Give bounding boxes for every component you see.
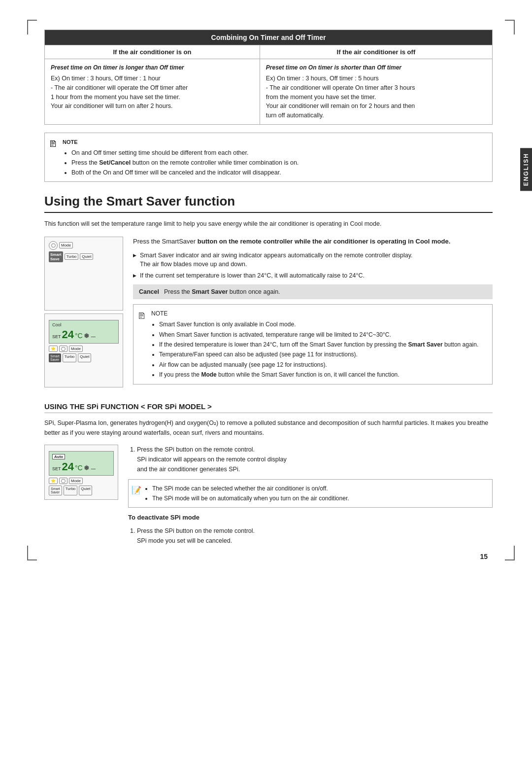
note-box-1: 🖹 NOTE On and Off timer setting time sho… (44, 133, 493, 182)
top-btn-row: ◯ Mode (49, 241, 93, 250)
page-number: 15 (480, 553, 488, 560)
bullet-2: If the current set temperature is lower … (133, 271, 493, 280)
col2-body: - The air conditioner will operate On ti… (266, 84, 415, 119)
note2-line5: Air flow can be adjusted manually (see p… (159, 360, 486, 370)
col1-content: Preset time on On timer is longer than O… (45, 59, 260, 125)
bullet-1: Smart Saver indicator and air swing indi… (133, 251, 493, 270)
lcd-degree: °C (75, 332, 83, 340)
spi-remote-container: Auto SET 24 °C ❅ ⸻ ⭐ ◯ Mode SmartSaver (44, 445, 118, 551)
col1-header: If the air conditioner is on (45, 45, 260, 59)
corner-br (505, 546, 515, 560)
note-icon2: 🖹 (137, 309, 146, 324)
note1-list: On and Off timer setting time should be … (63, 148, 486, 177)
turbo-btn2: Turbo (63, 353, 77, 362)
spi-content: Auto SET 24 °C ❅ ⸻ ⭐ ◯ Mode SmartSaver (44, 445, 493, 551)
spi-intro: SPi, Super-Plasma Ion, generates hydroge… (44, 418, 493, 438)
spi-note-list: The SPi mode can be selected whether the… (144, 484, 487, 504)
note-icon-1: 🖹 (49, 137, 58, 151)
spi-instructions: Press the SPi button on the remote contr… (128, 445, 493, 551)
spi-note-line1: The SPi mode can be selected whether the… (152, 484, 487, 493)
note2-list: Smart Saver function is only available i… (151, 319, 486, 380)
smart-saver-bullets: Smart Saver indicator and air swing indi… (133, 251, 493, 280)
spi-snowflake: ❅ (84, 464, 90, 472)
corner-bl (27, 546, 37, 560)
lcd-bottom-buttons: ⭐ ◯ Mode (49, 346, 119, 352)
spi-btn: ⭐ (49, 346, 58, 352)
quiet-btn2: Quiet (78, 353, 91, 362)
remote-top-buttons: ◯ Mode SmartSave Turbo Quiet (49, 241, 119, 262)
spi-note-icon: 📝 (132, 484, 141, 497)
note2-line3: If the desired temperature is lower than… (159, 340, 486, 349)
note1-line3: Both of the On and Off timer will be can… (71, 168, 486, 177)
col1-body: - The air conditioner will operate the O… (51, 84, 188, 110)
spi-note-line2: The SPi mode will be on automatically wh… (152, 493, 487, 503)
mode-btn-top: Mode (59, 242, 73, 248)
col2-example: Ex) On timer : 3 hours, Off timer : 5 ho… (266, 75, 379, 82)
spi-ion-btn: ⭐ (49, 478, 58, 484)
col1-example: Ex) On timer : 3 hours, Off timer : 1 ho… (51, 75, 161, 82)
english-sidebar: ENGLISH (520, 148, 532, 191)
spi-smart-btn: SmartSaver (49, 486, 62, 495)
note2-line1: Smart Saver function is only available i… (159, 319, 486, 329)
auto-label: Auto (52, 454, 65, 459)
smart-saver-title: Using the Smart Saver function (44, 194, 493, 213)
timer-table: Combining On Timer and Off Timer If the … (44, 30, 493, 125)
smart-saver-remote-container: ◯ Mode SmartSave Turbo Quiet Cool (44, 237, 123, 394)
deactivate-steps: Press the SPi button on the remote contr… (128, 526, 493, 546)
bottom-btn-row: SmartSave Turbo Quiet (49, 251, 93, 262)
spi-remote: Auto SET 24 °C ❅ ⸻ ⭐ ◯ Mode SmartSaver (44, 445, 118, 500)
cancel-label: Cancel (139, 287, 159, 297)
col1-italic: Preset time on On timer is longer than O… (51, 63, 254, 72)
col2-italic: Preset time on On timer is shorter than … (266, 63, 486, 72)
set-label: SET (52, 334, 61, 339)
spi-set-label: SET (52, 466, 61, 471)
cool-label: Cool (52, 322, 115, 327)
spi-turbo-btn: Turbo (64, 486, 78, 495)
spi-fan-icon: ⸻ (91, 466, 96, 471)
spi-bottom-buttons: SmartSaver Turbo Quiet (49, 486, 114, 495)
lcd-bottom-buttons2: SmartSaver Turbo Quiet (49, 353, 119, 362)
spi-degree: °C (75, 464, 83, 472)
spi-temp-display: SET 24 °C ❅ ⸻ (52, 460, 110, 473)
turbo-btn: Turbo (65, 253, 79, 260)
temp-display: SET 24 °C ❅ ⸻ (52, 328, 115, 341)
spi-mode-btn: Mode (69, 478, 83, 484)
smart-saver-btn: SmartSave (49, 251, 63, 262)
note-label2: NOTE (151, 310, 167, 317)
cancel-box: Cancel Press the Smart Saver button once… (133, 284, 493, 299)
smart-saver-content: ◯ Mode SmartSave Turbo Quiet Cool (44, 237, 493, 394)
spi-section-title: USING THE SPi FUNCTION < FOR SPi MODEL > (44, 402, 493, 413)
spi-steps: Press the SPi button on the remote contr… (128, 445, 493, 474)
snowflake-icon: ❅ (84, 332, 90, 340)
spi-lcd: Auto SET 24 °C ❅ ⸻ (49, 451, 114, 476)
spi-quiet-btn: Quiet (79, 486, 92, 495)
corner-tr (505, 20, 515, 35)
col2-content: Preset time on On timer is shorter than … (260, 59, 492, 125)
note1-line2: Press the Set/Cancel button on the remot… (71, 158, 486, 168)
mode-btn-2: Mode (69, 346, 83, 352)
timer-table-title: Combining On Timer and Off Timer (45, 30, 493, 45)
fan-icon: ⸻ (91, 334, 96, 339)
note2-line6: If you press the Mode button while the S… (159, 370, 486, 380)
spi-step-1: Press the SPi button on the remote contr… (137, 445, 493, 474)
cancel-text: Press the Smart Saver button once again. (164, 287, 280, 297)
note1-line1: On and Off timer setting time should be … (71, 148, 486, 158)
press-instruction: Press the SmartSaver button on the remot… (133, 237, 493, 247)
lcd-screen: Cool SET 24 °C ❅ ⸻ (49, 320, 119, 344)
quiet-btn: Quiet (80, 253, 93, 260)
note2-line2: When Smart Saver function is activated, … (159, 330, 486, 340)
spi-top-buttons: ⭐ ◯ Mode (49, 478, 114, 484)
deactivate-step-1: Press the SPi button on the remote contr… (137, 526, 493, 546)
spi-note: 📝 The SPi mode can be selected whether t… (128, 479, 493, 508)
spi-power-btn: ◯ (59, 478, 67, 484)
smart-saver-btn2: SmartSaver (49, 353, 61, 362)
smart-saver-note: 🖹 NOTE Smart Saver function is only avai… (133, 304, 493, 384)
spi-lcd-temp: 24 (62, 460, 74, 473)
smart-saver-text-block: Press the SmartSaver button on the remot… (133, 237, 493, 394)
page-content: ENGLISH Combining On Timer and Off Timer… (0, 0, 532, 580)
smart-saver-intro: This function will set the temperature r… (44, 219, 493, 229)
power-btn-2: ◯ (59, 346, 67, 352)
power-icon: ◯ (49, 241, 58, 250)
left-buttons: ◯ Mode SmartSave Turbo Quiet (49, 241, 93, 262)
lcd-temp: 24 (62, 328, 74, 341)
